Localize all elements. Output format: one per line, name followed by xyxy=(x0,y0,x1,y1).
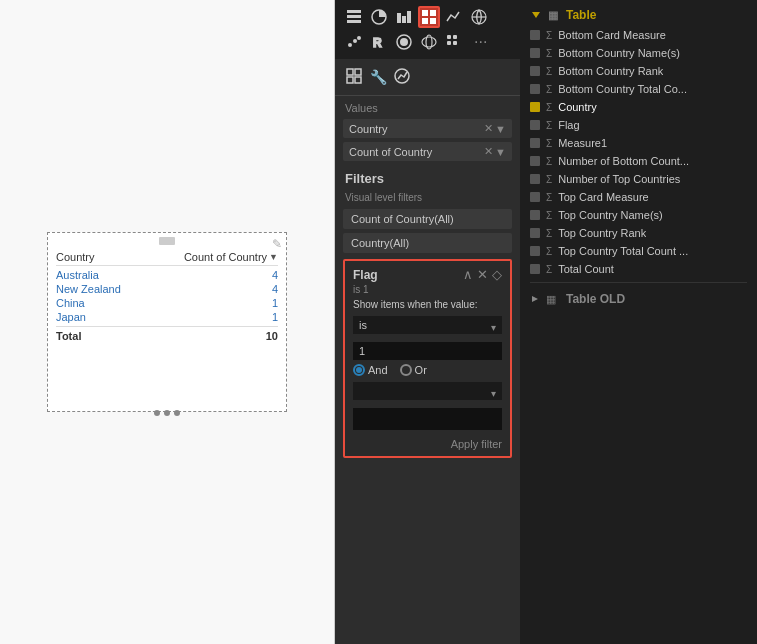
filter-pill-count[interactable]: Count of Country(All) xyxy=(343,209,512,229)
toolbar-icon-map[interactable] xyxy=(468,6,490,28)
apply-filter-button[interactable]: Apply filter xyxy=(451,438,502,450)
flag-filter-card: Flag ∧ ✕ ◇ is 1 Show items when the valu… xyxy=(343,259,512,458)
svg-rect-8 xyxy=(430,10,436,16)
list-item[interactable]: Σ Bottom Country Rank xyxy=(526,62,751,80)
analytics-icon[interactable] xyxy=(393,67,411,89)
list-item[interactable]: Σ Top Country Name(s) xyxy=(526,206,751,224)
field-remove-icon[interactable]: ✕ xyxy=(484,122,493,135)
resize-dot[interactable] xyxy=(154,410,160,416)
toolbar-icon-table-rows[interactable] xyxy=(343,6,365,28)
field-label: Top Card Measure xyxy=(558,191,649,203)
or-radio-circle[interactable] xyxy=(400,364,412,376)
field-type-icon xyxy=(530,120,540,130)
svg-point-13 xyxy=(348,43,352,47)
toolbar-icon-pie[interactable] xyxy=(368,6,390,28)
right-items-list: Σ Bottom Card Measure Σ Bottom Country N… xyxy=(520,26,757,278)
flag-collapse-icon[interactable]: ∧ xyxy=(463,267,473,282)
resize-dot[interactable] xyxy=(174,410,180,416)
table-row: Australia 4 xyxy=(56,268,278,282)
toolbar-icon-line[interactable] xyxy=(443,6,465,28)
svg-rect-1 xyxy=(347,15,361,18)
field-label: Bottom Country Name(s) xyxy=(558,47,680,59)
toolbar-icon-table-active[interactable] xyxy=(418,6,440,28)
toolbar-icon-globe[interactable] xyxy=(418,31,440,53)
more-icons-dots[interactable]: ··· xyxy=(468,31,493,53)
table-old-grid-icon: ▦ xyxy=(546,293,556,306)
filter-pill-country[interactable]: Country(All) xyxy=(343,233,512,253)
flag-close-icon[interactable]: ✕ xyxy=(477,267,488,282)
field-label: Number of Top Countries xyxy=(558,173,680,185)
list-item[interactable]: Σ Bottom Country Total Co... xyxy=(526,80,751,98)
toolbar-icon-waterfall[interactable]: R xyxy=(368,31,390,53)
total-value: 10 xyxy=(266,330,278,342)
col-count-header: Count of Country ▼ xyxy=(184,251,278,263)
field-label: Top Country Name(s) xyxy=(558,209,663,221)
resize-handles[interactable] xyxy=(154,410,180,416)
toolbar-icon-scatter[interactable] xyxy=(343,31,365,53)
triangle-expand-icon xyxy=(530,9,542,21)
table-widget[interactable]: ✎ Country Count of Country ▼ Australia 4… xyxy=(47,232,287,412)
svg-rect-27 xyxy=(347,77,353,83)
svg-point-19 xyxy=(422,37,436,47)
list-item[interactable]: Σ Flag xyxy=(526,116,751,134)
field-type-icon xyxy=(530,84,540,94)
list-item[interactable]: Σ Measure1 xyxy=(526,134,751,152)
svg-rect-25 xyxy=(347,69,353,75)
list-item[interactable]: Σ Top Country Total Count ... xyxy=(526,242,751,260)
list-item[interactable]: Σ Country xyxy=(526,98,751,116)
right-panel: ▦ Table Σ Bottom Card Measure Σ Bottom C… xyxy=(520,0,757,644)
count-cell: 1 xyxy=(258,297,278,309)
flag-eraser-icon[interactable]: ◇ xyxy=(492,267,502,282)
list-item[interactable]: Σ Top Card Measure xyxy=(526,188,751,206)
list-item[interactable]: Σ Bottom Card Measure xyxy=(526,26,751,44)
svg-rect-23 xyxy=(447,41,451,45)
filter-condition-select-wrap: is is not is less than is greater than xyxy=(353,316,502,338)
filter-second-condition-select[interactable] xyxy=(353,382,502,400)
filter-value-input[interactable] xyxy=(353,342,502,360)
field-dropdown-icon[interactable]: ▼ xyxy=(495,123,506,135)
svg-marker-32 xyxy=(532,296,538,302)
list-item[interactable]: Σ Top Country Rank xyxy=(526,224,751,242)
field-row-country[interactable]: Country ✕ ▼ xyxy=(343,119,512,138)
toolbar-icon-funnel[interactable] xyxy=(393,31,415,53)
field-type-icon xyxy=(530,246,540,256)
list-item[interactable]: Σ Bottom Country Name(s) xyxy=(526,44,751,62)
field-type-icon xyxy=(530,264,540,274)
toolbar-icon-bar[interactable] xyxy=(393,6,415,28)
section-divider xyxy=(530,282,747,283)
field-type-icon xyxy=(530,228,540,238)
field-row-count[interactable]: Count of Country ✕ ▼ xyxy=(343,142,512,161)
table-old-subsection[interactable]: ▦ Table OLD xyxy=(520,287,757,309)
toolbar-icon-matrix[interactable] xyxy=(443,31,465,53)
field-dropdown-icon[interactable]: ▼ xyxy=(495,146,506,158)
flag-filter-icons: ∧ ✕ ◇ xyxy=(463,267,502,282)
sigma-icon: Σ xyxy=(546,210,552,221)
widget-edit-icon[interactable]: ✎ xyxy=(272,237,282,251)
field-type-icon xyxy=(530,138,540,148)
widget-drag-handle[interactable] xyxy=(48,233,286,247)
and-radio-label[interactable]: And xyxy=(353,364,388,376)
fields-icon[interactable] xyxy=(345,67,363,89)
field-remove-icon[interactable]: ✕ xyxy=(484,145,493,158)
field-label: Country xyxy=(558,101,597,113)
list-item[interactable]: Σ Number of Top Countries xyxy=(526,170,751,188)
filter-second-value-input[interactable] xyxy=(353,408,502,430)
svg-text:R: R xyxy=(373,36,382,50)
filter-condition-select[interactable]: is is not is less than is greater than xyxy=(353,316,502,334)
radio-row: And Or xyxy=(353,364,502,376)
middle-panel: R ··· 🔧 xyxy=(335,0,520,644)
and-radio-circle[interactable] xyxy=(353,364,365,376)
list-item[interactable]: Σ Total Count xyxy=(526,260,751,278)
format-icon[interactable]: 🔧 xyxy=(369,67,387,89)
field-type-icon xyxy=(530,156,540,166)
sort-icon[interactable]: ▼ xyxy=(269,252,278,262)
svg-rect-4 xyxy=(397,13,401,23)
list-item[interactable]: Σ Number of Bottom Count... xyxy=(526,152,751,170)
or-radio-label[interactable]: Or xyxy=(400,364,427,376)
filter-second-condition-wrap xyxy=(353,382,502,404)
svg-rect-21 xyxy=(447,35,451,39)
resize-dot[interactable] xyxy=(164,410,170,416)
country-cell: New Zealand xyxy=(56,283,258,295)
sigma-icon: Σ xyxy=(546,246,552,257)
country-cell: Japan xyxy=(56,311,258,323)
